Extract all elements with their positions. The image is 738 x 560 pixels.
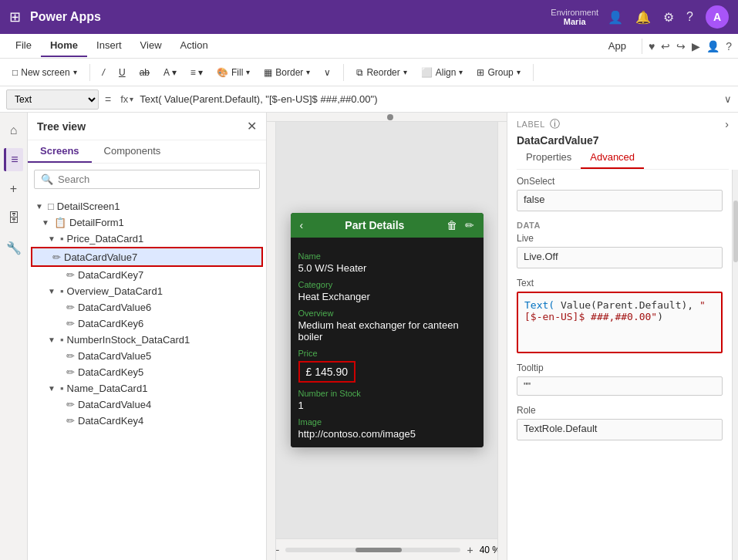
play-icon[interactable]: ▶ (692, 40, 700, 52)
tree-item-datacardvalue5[interactable]: ✏ DataCardValue5 (46, 348, 266, 364)
environment-block: Environment Maria (551, 8, 598, 26)
live-value[interactable]: Live.Off (517, 247, 723, 268)
bell-icon[interactable]: 🔔 (635, 10, 651, 25)
tree-item-datacardvalue7[interactable]: ✏ DataCardValue7 ··· (31, 247, 263, 267)
formula-input[interactable] (140, 93, 721, 105)
avatar[interactable]: A (706, 5, 729, 29)
control-icon-dcv4: ✏ (66, 399, 75, 410)
tree-item-datacardvalue6[interactable]: ✏ DataCardValue6 (46, 299, 266, 315)
expand-icon-detailform1: ▼ (40, 218, 51, 228)
canvas-scroll-top[interactable] (267, 113, 507, 122)
right-panel-label-row: LABEL ⓘ › (507, 113, 738, 131)
tree-label-datacardvalue7: DataCardValue7 (64, 251, 243, 263)
scroll-track[interactable] (285, 548, 460, 552)
tree-item-datacardvalue4[interactable]: ✏ DataCardValue4 (46, 396, 266, 413)
tree-item-datacardkey5[interactable]: ✏ DataCardKey5 (46, 364, 266, 380)
field-label-price: Price (298, 349, 476, 358)
fill-button[interactable]: 🎨 Fill ▾ (211, 64, 256, 81)
on-select-value[interactable]: false (517, 190, 723, 211)
right-scrollbar[interactable] (732, 170, 738, 560)
role-value[interactable]: TextRole.Default (517, 419, 723, 440)
user-icon[interactable]: 👤 (706, 40, 719, 52)
treeview-sidebar-icon[interactable]: ≡ (4, 148, 22, 171)
border-button[interactable]: ▦ Border ▾ (258, 64, 316, 81)
fx-label[interactable]: fx ▾ (117, 93, 136, 105)
expand-icon[interactable]: ∨ (724, 93, 732, 105)
help-icon[interactable]: ? (686, 10, 693, 24)
property-selector[interactable]: Text (6, 89, 99, 110)
scroll-right[interactable] (497, 122, 507, 560)
back-icon[interactable]: ‹ (300, 219, 304, 231)
home-sidebar-icon[interactable]: ⌂ (5, 119, 22, 142)
screen-icon-detailscreen1: □ (48, 201, 54, 212)
tree-item-overview-datacard1[interactable]: ▼ ▪ Overview_DataCard1 (40, 283, 266, 299)
edit-icon[interactable]: ✏ (465, 219, 474, 231)
person-icon[interactable]: 👤 (608, 10, 623, 25)
tree-panel: Tree view ✕ Screens Components 🔍 ▼ □ Det… (28, 113, 267, 560)
menu-bar: File Home Insert View Action App ♥ ↩ ↪ ▶… (0, 34, 738, 59)
right-expand-button[interactable]: › (725, 118, 729, 130)
font-size-button[interactable]: A ▾ (157, 64, 183, 81)
tooltip-value[interactable]: "" (517, 376, 723, 396)
tree-item-detailform1[interactable]: ▼ 📋 DetailForm1 (34, 214, 266, 231)
more-button[interactable]: ∨ (318, 64, 337, 81)
database-sidebar-icon[interactable]: 🗄 (3, 207, 25, 230)
menu-file[interactable]: File (6, 35, 41, 57)
redo-icon[interactable]: ↪ (676, 40, 686, 52)
tab-advanced[interactable]: Advanced (581, 147, 644, 169)
new-screen-button[interactable]: □ New screen ▾ (6, 64, 83, 81)
field-value-stock: 1 (298, 400, 476, 411)
align-button[interactable]: ≡ ▾ (184, 64, 209, 81)
text-label: Text (517, 278, 723, 288)
expand-icon-dck4 (52, 416, 63, 427)
tree-label-datacardkey7: DataCardKey7 (78, 269, 260, 281)
underline-button[interactable]: U (113, 64, 132, 81)
search-input[interactable] (58, 174, 253, 185)
tree-tab-components[interactable]: Components (92, 140, 174, 163)
tree-item-name-datacard1[interactable]: ▼ ▪ Name_DataCard1 (40, 380, 266, 396)
tree-content: ▼ □ DetailScreen1 ▼ 📋 DetailForm1 ▼ ▪ Pr… (28, 195, 266, 560)
group-button[interactable]: ⊞ Group ▾ (470, 64, 526, 81)
tree-label-datacardvalue4: DataCardValue4 (78, 399, 260, 410)
menu-action[interactable]: Action (171, 35, 217, 57)
menu-view[interactable]: View (131, 35, 171, 57)
health-icon[interactable]: ♥ (649, 40, 655, 52)
right-panel-title: DataCardValue7 (507, 131, 738, 147)
text-formula-box[interactable]: Text( Value(Parent.Default), "[$-en-US]$… (517, 292, 723, 353)
tree-item-datacardkey6[interactable]: ✏ DataCardKey6 (46, 315, 266, 332)
undo-icon[interactable]: ↩ (661, 40, 670, 52)
app-btn[interactable]: App (599, 37, 635, 55)
field-value-category: Heat Exchanger (298, 291, 476, 302)
expand-icon-detailscreen1: ▼ (34, 201, 45, 212)
tools-sidebar-icon[interactable]: 🔧 (2, 236, 26, 260)
tree-item-price-datacard1[interactable]: ▼ ▪ Price_DataCard1 (40, 231, 266, 247)
zoom-plus-button[interactable]: + (467, 544, 473, 556)
reorder-button[interactable]: ⧉ Reorder ▾ (350, 64, 413, 81)
settings-icon[interactable]: ⚙ (663, 10, 674, 25)
caret-icon: ▾ (73, 68, 77, 76)
live-label: Live (517, 233, 723, 244)
tree-item-datacardkey7[interactable]: ✏ DataCardKey7 (46, 267, 266, 283)
menu-home[interactable]: Home (41, 35, 87, 57)
tree-item-datacardkey4[interactable]: ✏ DataCardKey4 (46, 413, 266, 429)
trash-icon[interactable]: 🗑 (447, 219, 457, 231)
tree-item-detailscreen1[interactable]: ▼ □ DetailScreen1 (28, 198, 266, 214)
help2-icon[interactable]: ? (726, 40, 732, 52)
align-arrange-button[interactable]: ⬜ Align ▾ (415, 64, 470, 81)
strikethrough-button[interactable]: ab (133, 64, 156, 81)
info-icon[interactable]: ⓘ (550, 117, 560, 131)
menu-insert[interactable]: Insert (87, 35, 131, 57)
italic-button[interactable]: / (96, 64, 111, 81)
tab-properties[interactable]: Properties (517, 147, 581, 169)
tree-tab-screens[interactable]: Screens (28, 140, 92, 163)
waffle-icon[interactable]: ⊞ (9, 8, 21, 25)
card-icon-overview: ▪ (60, 285, 64, 297)
scroll-left[interactable] (267, 122, 276, 560)
expand-icon-dcv7 (39, 251, 49, 262)
ribbon: □ New screen ▾ / U ab A ▾ ≡ ▾ 🎨 Fill ▾ ▦… (0, 59, 738, 86)
add-sidebar-icon[interactable]: + (5, 177, 22, 201)
tree-close-button[interactable]: ✕ (247, 119, 257, 133)
fill-icon: 🎨 (217, 67, 228, 78)
expand-icon-dcv4 (52, 400, 63, 410)
tree-item-numberinstock-datacard1[interactable]: ▼ ▪ NumberInStock_DataCard1 (40, 332, 266, 348)
